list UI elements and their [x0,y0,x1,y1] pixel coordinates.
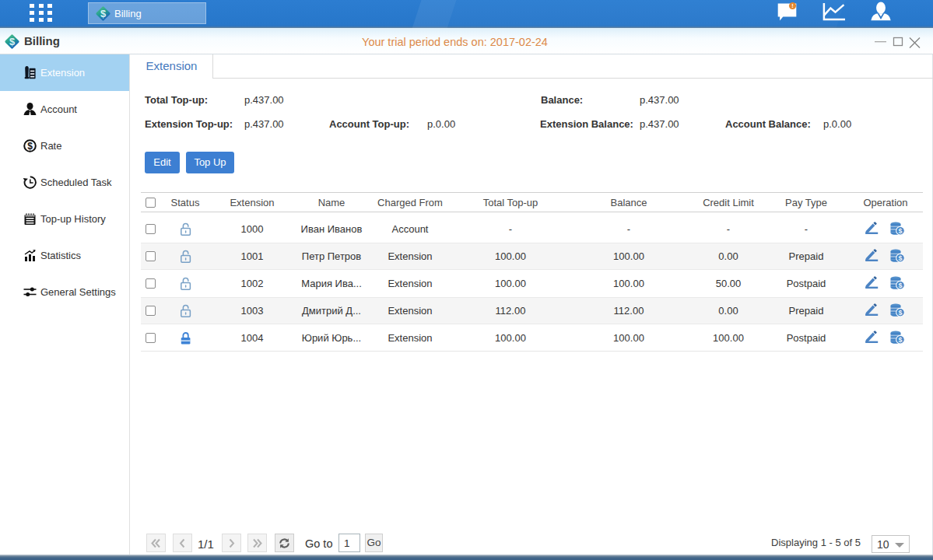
svg-text:$: $ [898,254,902,262]
svg-text:$: $ [100,8,106,19]
svg-text:$: $ [27,141,33,152]
svg-text:$: $ [898,227,902,235]
svg-text:$: $ [898,309,902,317]
svg-text:$: $ [898,282,902,289]
svg-text:!: ! [791,2,793,9]
svg-text:$: $ [898,336,902,344]
